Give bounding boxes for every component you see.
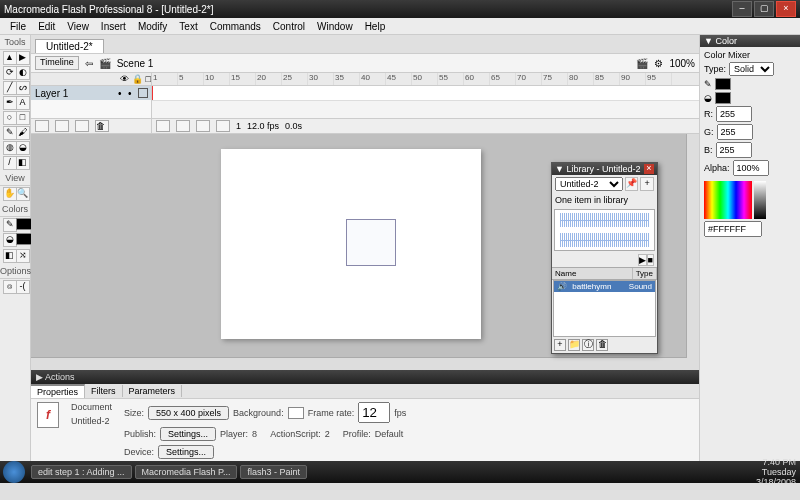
- menu-control[interactable]: Control: [267, 21, 311, 32]
- insert-folder-icon[interactable]: [75, 120, 89, 132]
- tool-pencil[interactable]: ✎: [3, 126, 17, 140]
- library-title[interactable]: ▼ Library - Untitled-2: [555, 164, 640, 174]
- new-folder-icon[interactable]: 📁: [568, 339, 580, 351]
- stroke-swatch[interactable]: [16, 218, 32, 230]
- color-picker[interactable]: [704, 181, 752, 219]
- tool-selection[interactable]: ▲: [3, 51, 17, 65]
- delete-icon[interactable]: 🗑: [596, 339, 608, 351]
- tool-rectangle[interactable]: □: [16, 111, 30, 125]
- publish-settings-button[interactable]: Settings...: [160, 427, 216, 441]
- pin-icon[interactable]: 📌: [625, 177, 639, 191]
- menu-commands[interactable]: Commands: [204, 21, 267, 32]
- selection-rectangle[interactable]: [346, 219, 396, 266]
- option-smooth[interactable]: -(: [16, 280, 30, 294]
- window-close[interactable]: ×: [776, 1, 796, 17]
- library-col-name[interactable]: Name: [552, 268, 633, 279]
- document-tab[interactable]: Untitled-2*: [35, 39, 104, 53]
- horizontal-scrollbar[interactable]: [31, 357, 699, 370]
- option-snap[interactable]: ⌾: [3, 280, 17, 294]
- blackwhite[interactable]: ◧: [3, 249, 17, 263]
- menu-window[interactable]: Window: [311, 21, 359, 32]
- play-icon[interactable]: ▶: [638, 254, 647, 266]
- menu-file[interactable]: File: [4, 21, 32, 32]
- add-motion-guide-icon[interactable]: [55, 120, 69, 132]
- mixer-stroke-swatch[interactable]: [715, 78, 731, 90]
- tab-properties[interactable]: Properties: [31, 384, 85, 398]
- tool-free-transform[interactable]: ⟳: [3, 66, 17, 80]
- playhead[interactable]: [152, 86, 153, 100]
- back-icon[interactable]: ⇦: [85, 58, 93, 69]
- tool-eyedropper[interactable]: /: [3, 156, 17, 170]
- new-symbol-icon[interactable]: +: [554, 339, 566, 351]
- menu-text[interactable]: Text: [173, 21, 203, 32]
- window-maximize[interactable]: ▢: [754, 1, 774, 17]
- menu-help[interactable]: Help: [359, 21, 392, 32]
- new-lib-icon[interactable]: +: [640, 177, 654, 191]
- insert-layer-icon[interactable]: [35, 120, 49, 132]
- menu-edit[interactable]: Edit: [32, 21, 61, 32]
- taskbar-item[interactable]: Macromedia Flash P...: [135, 465, 238, 479]
- tool-zoom[interactable]: 🔍: [16, 187, 30, 201]
- scene-name[interactable]: Scene 1: [117, 58, 154, 69]
- color-type-select[interactable]: Solid: [729, 62, 774, 76]
- library-close[interactable]: ×: [644, 164, 654, 174]
- fill-color[interactable]: ◒: [3, 233, 17, 247]
- lock-icon[interactable]: 🔒: [132, 74, 143, 84]
- library-col-type[interactable]: Type: [633, 268, 657, 279]
- center-frame-icon[interactable]: [156, 120, 170, 132]
- fill-swatch[interactable]: [16, 233, 32, 245]
- alpha-input[interactable]: [733, 160, 769, 176]
- tool-lasso[interactable]: ᔕ: [16, 81, 30, 95]
- tool-text[interactable]: A: [16, 96, 30, 110]
- timeline-frames[interactable]: [152, 86, 699, 101]
- edit-scene-icon[interactable]: 🎬: [636, 58, 648, 69]
- size-button[interactable]: 550 x 400 pixels: [148, 406, 229, 420]
- stage-area[interactable]: ▼ Library - Untitled-2× Untitled-2📌+ One…: [31, 134, 699, 370]
- vertical-scrollbar[interactable]: [686, 134, 699, 358]
- tool-pen[interactable]: ✒: [3, 96, 17, 110]
- b-input[interactable]: [716, 142, 752, 158]
- tool-gradient-transform[interactable]: ◐: [16, 66, 30, 80]
- device-settings-button[interactable]: Settings...: [158, 445, 214, 459]
- system-tray[interactable]: 7:40 PM Tuesday 3/18/2008: [756, 457, 800, 487]
- noswap[interactable]: ⤭: [16, 249, 30, 263]
- delete-layer-icon[interactable]: 🗑: [95, 120, 109, 132]
- timeline-toggle[interactable]: Timeline: [35, 56, 79, 70]
- library-item[interactable]: 🔊 battlehymnSound: [554, 281, 655, 292]
- stop-icon[interactable]: ■: [647, 254, 654, 266]
- onion-skin-icon[interactable]: [176, 120, 190, 132]
- zoom-level[interactable]: 100%: [669, 58, 695, 69]
- r-input[interactable]: [716, 106, 752, 122]
- mixer-fill-swatch[interactable]: [715, 92, 731, 104]
- menu-view[interactable]: View: [61, 21, 95, 32]
- color-panel-header[interactable]: ▼ Color: [700, 35, 800, 47]
- timeline-ruler[interactable]: 15101520253035404550556065707580859095: [152, 73, 699, 86]
- brightness-slider[interactable]: [754, 181, 766, 219]
- actions-panel-header[interactable]: ▶ Actions: [31, 370, 699, 384]
- properties-icon[interactable]: ⓘ: [582, 339, 594, 351]
- edit-symbol-icon[interactable]: ⚙: [654, 58, 663, 69]
- menu-insert[interactable]: Insert: [95, 21, 132, 32]
- window-minimize[interactable]: –: [732, 1, 752, 17]
- taskbar-item[interactable]: edit step 1 : Adding ...: [31, 465, 132, 479]
- menu-modify[interactable]: Modify: [132, 21, 173, 32]
- tab-parameters[interactable]: Parameters: [123, 385, 183, 397]
- tool-hand[interactable]: ✋: [3, 187, 17, 201]
- stroke-color[interactable]: ✎: [3, 218, 17, 232]
- timeline-layer[interactable]: Layer 1 ••: [31, 86, 151, 100]
- tool-oval[interactable]: ○: [3, 111, 17, 125]
- outline-icon[interactable]: □: [146, 74, 151, 84]
- taskbar-item[interactable]: flash3 - Paint: [240, 465, 307, 479]
- tool-paint-bucket[interactable]: ◒: [16, 141, 30, 155]
- stroke-icon[interactable]: ✎: [704, 79, 712, 89]
- onion-outline-icon[interactable]: [196, 120, 210, 132]
- fill-icon[interactable]: ◒: [704, 93, 712, 103]
- show-hide-icon[interactable]: 👁: [120, 74, 129, 84]
- tool-eraser[interactable]: ◧: [16, 156, 30, 170]
- hex-input[interactable]: [704, 221, 762, 237]
- edit-multiple-icon[interactable]: [216, 120, 230, 132]
- framerate-input[interactable]: [358, 402, 390, 423]
- library-doc-select[interactable]: Untitled-2: [555, 177, 623, 191]
- tool-subselect[interactable]: ▶: [16, 51, 30, 65]
- tab-filters[interactable]: Filters: [85, 385, 123, 397]
